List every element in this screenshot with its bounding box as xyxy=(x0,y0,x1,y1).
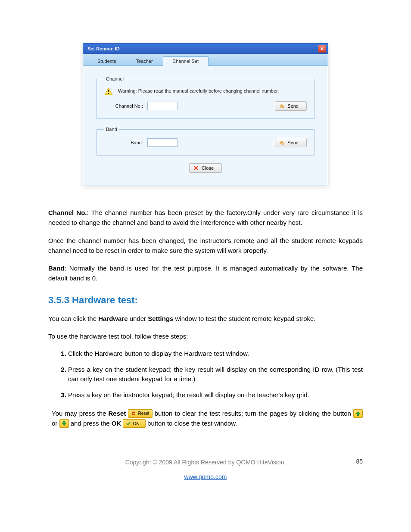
page-number: 85 xyxy=(356,458,363,465)
ok-chip-label: OK xyxy=(133,420,139,427)
band-input[interactable] xyxy=(147,138,177,147)
arrow-up-icon xyxy=(355,411,361,416)
step-1: Click the Hardware button to display the… xyxy=(68,349,363,359)
t: under xyxy=(128,315,148,322)
paragraph-channel-no: Channel No.: The channel number has been… xyxy=(48,208,363,228)
paragraph-steps-intro: To use the hardware test tool, follow th… xyxy=(48,331,363,341)
hw-bold: Hardware xyxy=(98,315,128,322)
t: button to close the test window. xyxy=(146,420,237,427)
close-row: Close xyxy=(96,163,315,173)
tab-students[interactable]: Students xyxy=(87,56,126,65)
t: You can click the xyxy=(48,315,98,322)
channel-send-label: Send xyxy=(287,103,299,109)
check-icon xyxy=(126,421,131,426)
paragraph-reset-ok: You may press the Reset Reset button to … xyxy=(48,408,363,429)
tab-bar: Students Teacher Channel Set xyxy=(83,54,328,66)
footer-link[interactable]: www.qomo.com xyxy=(184,473,227,480)
band-group: Band Band: Send xyxy=(96,127,315,156)
svg-marker-4 xyxy=(62,421,66,426)
tab-channel-set[interactable]: Channel Set xyxy=(163,56,209,66)
tab-teacher[interactable]: Teacher xyxy=(126,56,162,65)
send-icon xyxy=(279,140,285,146)
page-down-chip xyxy=(59,419,69,428)
close-x-icon xyxy=(193,165,199,171)
set-remote-id-dialog: Set Remote ID ✕ Students Teacher Channel… xyxy=(83,43,328,186)
reset-arrow-icon xyxy=(131,411,136,416)
t: and press the xyxy=(69,420,112,427)
channel-no-label: Channel No.: xyxy=(104,103,143,109)
send-icon xyxy=(279,103,285,109)
step-2: Press a key on the student keypad; the k… xyxy=(68,365,363,384)
t: window to test the student remote keypad… xyxy=(173,315,315,322)
hardware-bold: Hardware xyxy=(95,350,123,357)
channel-legend: Channel xyxy=(104,76,125,81)
close-label: Close xyxy=(202,165,214,171)
warning-row: Warning: Please read the manual carefull… xyxy=(104,87,307,95)
band-legend: Band xyxy=(104,127,119,132)
dialog-body: Channel Warning: Please read the manual … xyxy=(83,66,328,186)
t: button to clear the test results; turn t… xyxy=(153,410,353,417)
t: You may press the xyxy=(52,410,109,417)
settings-bold: Settings xyxy=(148,315,173,322)
page-up-chip xyxy=(353,409,363,418)
ok-chip: OK xyxy=(123,419,145,428)
steps-list: Click the Hardware button to display the… xyxy=(48,349,363,400)
warning-icon xyxy=(104,87,113,95)
copyright: Copyright © 2009 All Rights Reserved by … xyxy=(48,459,363,466)
band-send-button[interactable]: Send xyxy=(275,138,307,147)
channel-no-bold: Channel No. xyxy=(48,209,87,216)
reset-bold: Reset xyxy=(109,410,126,417)
paragraph-hw-intro: You can click the Hardware under Setting… xyxy=(48,314,363,324)
channel-no-input[interactable] xyxy=(147,102,177,110)
channel-row: Channel No.: Send xyxy=(104,101,307,111)
step-3: Press a key on the instructor keypad; th… xyxy=(68,390,363,400)
paragraph-band: Band: Normally the band is used for the … xyxy=(48,263,363,283)
svg-rect-2 xyxy=(108,93,109,94)
band-text: : Normally the band is used for the test… xyxy=(48,264,363,282)
close-button[interactable]: Close xyxy=(189,163,222,173)
band-label: Band: xyxy=(104,140,143,145)
band-send-label: Send xyxy=(287,140,299,145)
titlebar: Set Remote ID ✕ xyxy=(83,44,328,54)
t: or xyxy=(52,420,59,427)
reset-chip-label: Reset xyxy=(138,410,149,417)
paragraph-reset-note: Once the channel number has been changed… xyxy=(48,236,363,256)
t: button to display the Hardware test wind… xyxy=(123,350,249,357)
reset-chip: Reset xyxy=(128,409,152,418)
close-icon: ✕ xyxy=(320,47,324,51)
band-row: Band: Send xyxy=(104,138,307,147)
channel-send-button[interactable]: Send xyxy=(275,101,307,111)
ok-bold: OK xyxy=(112,420,121,427)
band-bold: Band xyxy=(48,264,65,272)
page: Set Remote ID ✕ Students Teacher Channel… xyxy=(0,0,411,506)
arrow-down-icon xyxy=(62,421,67,426)
warning-text: Warning: Please read the manual carefull… xyxy=(118,87,279,93)
channel-group: Channel Warning: Please read the manual … xyxy=(96,76,315,119)
window-close-button[interactable]: ✕ xyxy=(318,45,326,53)
svg-rect-1 xyxy=(108,90,109,92)
svg-marker-3 xyxy=(356,411,360,416)
channel-no-text: : The channel number has been preset by … xyxy=(48,209,363,226)
footer: Copyright © 2009 All Rights Reserved by … xyxy=(48,459,363,480)
dialog-figure: Set Remote ID ✕ Students Teacher Channel… xyxy=(83,43,328,186)
section-heading: 3.5.3 Hardware test: xyxy=(48,295,363,306)
t: Click the xyxy=(68,350,95,357)
window-title: Set Remote ID xyxy=(87,46,120,51)
